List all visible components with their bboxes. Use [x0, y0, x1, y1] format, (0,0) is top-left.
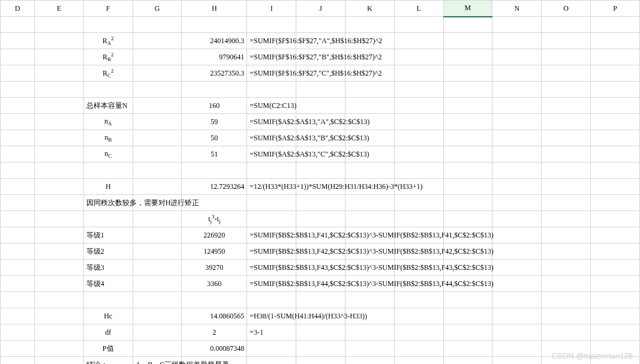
cell-value[interactable]: 124950 — [182, 243, 247, 260]
cell-formula[interactable]: =SUMIF($F$16:$F$27,"C",$H$16:$H$27)^2 — [247, 65, 296, 82]
cell-value[interactable]: 50 — [182, 130, 247, 146]
watermark: CSDN @maizeman126 — [552, 351, 633, 360]
cell-label[interactable]: 结论： — [83, 357, 133, 365]
col-header-N[interactable]: N — [492, 1, 542, 17]
row-conclusion[interactable]: 结论：A、B、C三组数据差异极显著 — [1, 357, 640, 365]
cell-formula[interactable]: =SUMIF($B$2:$B$13,F44,$C$2:$C$13)^3-SUMI… — [247, 276, 296, 292]
cell-note[interactable]: 因同秩次数较多，需要对H进行矫正 — [83, 195, 133, 211]
cell-label[interactable]: nB — [83, 130, 133, 146]
cell-label[interactable]: Hc — [83, 308, 133, 324]
row-N[interactable]: 总样本容量N160=SUM(C2:C13) — [1, 98, 640, 114]
cell-formula[interactable]: =SUMIF($A$2:$A$13,"B",$C$2:$C$13) — [247, 130, 296, 146]
col-header-K[interactable]: K — [345, 1, 394, 17]
col-header-M[interactable]: M — [443, 1, 492, 17]
col-header-O[interactable]: O — [542, 1, 591, 17]
cell-value[interactable]: 51 — [182, 146, 247, 163]
cell-label[interactable]: 等级3 — [83, 260, 133, 276]
cell-label[interactable]: 等级2 — [83, 243, 133, 260]
row-rb2[interactable]: RB29790641=SUMIF($F$16:$F$27,"B",$H$16:$… — [1, 49, 640, 65]
col-header-I[interactable]: I — [247, 1, 296, 17]
col-header-J[interactable]: J — [296, 1, 345, 17]
row-grade3[interactable]: 等级339270=SUMIF($B$2:$B$13,F43,$C$2:$C$13… — [1, 260, 640, 276]
cell-label[interactable]: P值 — [83, 341, 133, 357]
col-header-D[interactable]: D — [1, 1, 35, 17]
cell-value[interactable]: 23527350.3 — [182, 65, 247, 82]
spreadsheet: D E F G H I J K L M N O P RA224014900.3=… — [0, 0, 640, 364]
col-header-P[interactable]: P — [591, 1, 640, 17]
col-header-L[interactable]: L — [394, 1, 443, 17]
cell-formula[interactable]: =H38/(1-SUM(H41:H44)/(H33^3-H33)) — [247, 308, 296, 324]
cell-value[interactable]: 59 — [182, 114, 247, 130]
cell-label[interactable]: RC2 — [83, 65, 133, 82]
cell-value[interactable]: 226920 — [182, 227, 247, 243]
cell-value[interactable]: 12.7293264 — [182, 179, 247, 195]
cell-label[interactable]: H — [83, 179, 133, 195]
cell-label[interactable]: nA — [83, 114, 133, 130]
row-rc2[interactable]: RC223527350.3=SUMIF($F$16:$F$27,"C",$H$1… — [1, 65, 640, 82]
col-header-F[interactable]: F — [83, 1, 133, 17]
cell-tj-label[interactable]: tj3-tj — [182, 211, 247, 227]
cell-value[interactable]: 9790641 — [182, 49, 247, 65]
row-nc[interactable]: nC51=SUMIF($A$2:$A$13,"C",$C$2:$C$13) — [1, 146, 640, 163]
cell-value[interactable]: 160 — [182, 98, 247, 114]
cell-conclusion[interactable]: A、B、C三组数据差异极显著 — [133, 357, 182, 365]
row-H[interactable]: H12.7293264=12/(H33*(H33+1))*SUM(H29:H31… — [1, 179, 640, 195]
cell-label[interactable]: RA2 — [83, 33, 133, 49]
cell-value[interactable]: 3360 — [182, 276, 247, 292]
row-Hc[interactable]: Hc14.0860565=H38/(1-SUM(H41:H44)/(H33^3-… — [1, 308, 640, 324]
cell-formula[interactable]: =SUMIF($A$2:$A$13,"A",$C$2:$C$13) — [247, 114, 296, 130]
cell-formula[interactable]: =SUMIF($B$2:$B$13,F43,$C$2:$C$13)^3-SUMI… — [247, 260, 296, 276]
row-na[interactable]: nA59=SUMIF($A$2:$A$13,"A",$C$2:$C$13) — [1, 114, 640, 130]
grid-body[interactable]: RA224014900.3=SUMIF($F$16:$F$27,"A",$H$1… — [1, 17, 640, 365]
col-header-H[interactable]: H — [182, 1, 247, 17]
cell-value[interactable]: 24014900.3 — [182, 33, 247, 49]
row-grade4[interactable]: 等级43360=SUMIF($B$2:$B$13,F44,$C$2:$C$13)… — [1, 276, 640, 292]
cell-label[interactable]: nC — [83, 146, 133, 163]
cell-value[interactable]: 2 — [182, 324, 247, 341]
row-nb[interactable]: nB50=SUMIF($A$2:$A$13,"B",$C$2:$C$13) — [1, 130, 640, 146]
col-header-G[interactable]: G — [133, 1, 182, 17]
row-grade2[interactable]: 等级2124950=SUMIF($B$2:$B$13,F42,$C$2:$C$1… — [1, 243, 640, 260]
row-grade1[interactable]: 等级1226920=SUMIF($B$2:$B$13,F41,$C$2:$C$1… — [1, 227, 640, 243]
cell-label[interactable]: 等级1 — [83, 227, 133, 243]
row-P[interactable]: P值0.00087348 — [1, 341, 640, 357]
cell-formula[interactable]: =3-1 — [247, 324, 296, 341]
col-header-E[interactable]: E — [34, 1, 83, 17]
row-tj-header[interactable]: tj3-tj — [1, 211, 640, 227]
cell-value[interactable]: 14.0860565 — [182, 308, 247, 324]
cell-formula[interactable]: =SUMIF($F$16:$F$27,"B",$H$16:$H$27)^2 — [247, 49, 296, 65]
cell-label[interactable]: df — [83, 324, 133, 341]
row-note[interactable]: 因同秩次数较多，需要对H进行矫正 — [1, 195, 640, 211]
grid[interactable]: D E F G H I J K L M N O P RA224014900.3=… — [0, 0, 640, 364]
cell-label[interactable]: RB2 — [83, 49, 133, 65]
row-df[interactable]: df2=3-1 — [1, 324, 640, 341]
cell-formula[interactable]: =12/(H33*(H33+1))*SUM(H29:H31/H34:H36)-3… — [247, 179, 296, 195]
column-headers[interactable]: D E F G H I J K L M N O P — [1, 1, 640, 17]
cell-label[interactable]: 总样本容量N — [83, 98, 133, 114]
cell-value[interactable]: 39270 — [182, 260, 247, 276]
cell-formula[interactable]: =SUMIF($B$2:$B$13,F41,$C$2:$C$13)^3-SUMI… — [247, 227, 296, 243]
cell-formula[interactable]: =SUMIF($B$2:$B$13,F42,$C$2:$C$13)^3-SUMI… — [247, 243, 296, 260]
cell-formula[interactable]: =SUMIF($A$2:$A$13,"C",$C$2:$C$13) — [247, 146, 296, 163]
cell-label[interactable]: 等级4 — [83, 276, 133, 292]
cell-formula[interactable]: =SUM(C2:C13) — [247, 98, 296, 114]
cell-value[interactable]: 0.00087348 — [182, 341, 247, 357]
cell-formula[interactable]: =SUMIF($F$16:$F$27,"A",$H$16:$H$27)^2 — [247, 33, 296, 49]
row-ra2[interactable]: RA224014900.3=SUMIF($F$16:$F$27,"A",$H$1… — [1, 33, 640, 49]
